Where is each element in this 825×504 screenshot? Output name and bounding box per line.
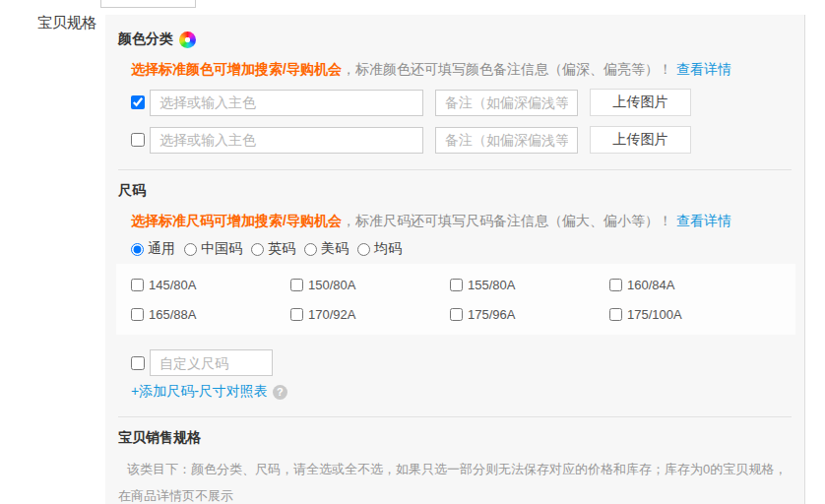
size-section-title: 尺码 [118,182,792,200]
color-view-details-link[interactable]: 查看详情 [676,61,731,77]
radio-input[interactable] [184,243,197,256]
upload-image-button[interactable]: 上传图片 [590,126,691,154]
color-tip-text: ，标准颜色还可填写颜色备注信息（偏深、偏亮等）！ [342,61,672,77]
size-checkbox[interactable] [290,279,303,291]
sales-section-title: 宝贝销售规格 [118,429,792,447]
size-tip-highlight: 选择标准尺码可增加搜索/导购机会 [131,213,342,228]
color-section-title: 颜色分类 [118,31,792,48]
add-size-chart-link[interactable]: +添加尺码-尺寸对照表 [131,383,268,401]
size-option[interactable]: 160/84A [609,278,769,292]
radio-input[interactable] [357,243,370,256]
truncated-input[interactable] [100,0,196,8]
color-remark-input[interactable] [435,90,578,116]
radio-input[interactable] [304,243,317,256]
size-options-grid: 145/80A 150/80A 155/80A 160/84A 165/88A … [116,264,795,335]
size-standard-radio-cn[interactable]: 中国码 [184,240,242,258]
size-standard-radio-group: 通用 中国码 英码 美码 均码 [131,240,792,258]
size-checkbox[interactable] [131,279,144,291]
custom-size-input[interactable] [150,349,273,376]
help-icon[interactable]: ? [273,385,287,400]
color-row: 上传图片 [131,126,792,154]
size-checkbox[interactable] [450,279,463,291]
main-color-input[interactable] [150,127,423,154]
size-standard-radio-uk[interactable]: 英码 [251,240,295,258]
color-row: 上传图片 [131,89,792,116]
color-tip: 选择标准颜色可增加搜索/导购机会，标准颜色还可填写颜色备注信息（偏深、偏亮等）！… [131,61,792,79]
size-section-title-text: 尺码 [118,182,146,200]
size-tip-text: ，标准尺码还可填写尺码备注信息（偏大、偏小等）！ [342,213,672,228]
main-color-input[interactable] [150,90,423,116]
add-size-chart-row: +添加尺码-尺寸对照表 ? [131,383,792,401]
custom-size-checkbox[interactable] [131,356,145,370]
size-checkbox[interactable] [450,308,463,321]
radio-input[interactable] [131,243,144,256]
size-option[interactable]: 145/80A [131,278,290,292]
product-spec-form: 宝贝规格 颜色分类 选择标准颜色可增加搜索/导购机会，标准颜色还可填写颜色备注信… [0,0,825,504]
radio-input[interactable] [251,243,264,256]
upload-image-button[interactable]: 上传图片 [590,89,691,116]
color-row-checkbox[interactable] [131,133,145,147]
size-checkbox[interactable] [609,279,622,291]
size-tip: 选择标准尺码可增加搜索/导购机会，标准尺码还可填写尺码备注信息（偏大、偏小等）！… [131,213,792,230]
size-option[interactable]: 150/80A [290,278,450,292]
section-divider [118,169,792,170]
custom-size-row [131,349,792,376]
size-standard-radio-us[interactable]: 美码 [304,240,349,258]
size-view-details-link[interactable]: 查看详情 [676,213,731,228]
size-option[interactable]: 175/96A [450,307,609,322]
size-standard-radio-general[interactable]: 通用 [131,240,175,258]
size-option[interactable]: 165/88A [131,307,290,322]
sales-section-description: 该类目下：颜色分类、尺码，请全选或全不选，如果只选一部分则无法保存对应的价格和库… [118,456,799,504]
color-tip-highlight: 选择标准颜色可增加搜索/导购机会 [131,61,342,77]
color-section-title-text: 颜色分类 [118,31,173,48]
spec-panel: 颜色分类 选择标准颜色可增加搜索/导购机会，标准颜色还可填写颜色备注信息（偏深、… [105,15,805,504]
size-option[interactable]: 170/92A [290,307,450,322]
color-remark-input[interactable] [435,127,578,154]
color-row-checkbox[interactable] [131,95,145,109]
color-wheel-icon [179,32,196,48]
size-checkbox[interactable] [131,308,144,321]
size-checkbox[interactable] [290,308,303,321]
size-option[interactable]: 175/100A [609,307,769,322]
field-label-spec: 宝贝规格 [37,14,96,32]
size-standard-radio-onesize[interactable]: 均码 [357,240,402,258]
size-option[interactable]: 155/80A [450,278,609,292]
size-checkbox[interactable] [609,308,622,321]
section-divider [118,416,792,417]
